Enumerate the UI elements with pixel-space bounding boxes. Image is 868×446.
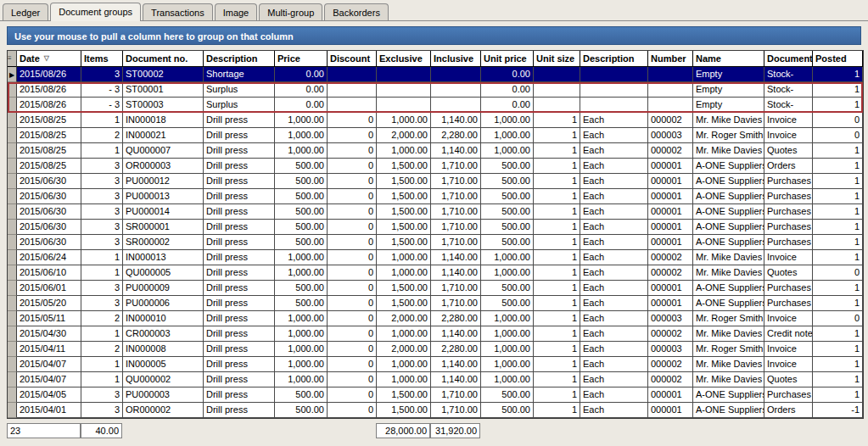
cell-document: Orders	[764, 159, 813, 174]
tab-backorders[interactable]: Backorders	[324, 3, 389, 20]
cell-number: 000002	[648, 143, 693, 159]
tab-transactions[interactable]: Transactions	[143, 3, 213, 20]
table-row[interactable]: 2015/04/112IN000008Drill press1,000.0002…	[8, 342, 863, 357]
cell-posted: 0	[813, 311, 863, 326]
cell-items: 3	[81, 174, 123, 189]
cell-discount: 0	[328, 326, 377, 342]
cell-description: Each	[580, 113, 648, 128]
cell-posted: 0	[813, 265, 863, 281]
cell-document: Orders	[764, 403, 813, 418]
cell-name: A-ONE Suppliers	[693, 220, 764, 235]
column-header-label: Inclusive	[434, 51, 473, 66]
table-row[interactable]: 2015/04/013OR000002Drill press500.0001,5…	[8, 403, 863, 418]
cell-inclusive: 1,140.00	[431, 265, 481, 281]
table-row[interactable]: 2015/08/251IN000018Drill press1,000.0001…	[8, 113, 863, 128]
row-marker-cell	[8, 250, 17, 265]
row-marker-cell	[8, 281, 17, 296]
cell-description: Each	[580, 250, 648, 265]
column-header-11-number[interactable]: Number	[648, 51, 693, 67]
cell-inclusive	[431, 82, 481, 98]
cell-description: Drill press	[204, 296, 275, 311]
tab-image[interactable]: Image	[215, 3, 258, 20]
table-row[interactable]: 2015/06/013PU000009Drill press500.0001,5…	[8, 281, 863, 296]
tab-multi-group[interactable]: Multi-group	[259, 3, 322, 20]
table-row[interactable]: 2015/08/251QU000007Drill press1,000.0001…	[8, 143, 863, 159]
column-header-14-posted[interactable]: Posted	[813, 51, 863, 67]
tab-document-groups[interactable]: Document groups	[50, 3, 141, 21]
column-header-10-description[interactable]: Description	[580, 51, 648, 67]
cell-unit-size	[534, 82, 580, 98]
cell-document-no: SR000002	[123, 235, 204, 250]
cell-unit-price: 500.00	[481, 296, 534, 311]
cell-inclusive: 1,140.00	[431, 357, 481, 372]
table-row[interactable]: 2015/06/303SR000002Drill press500.0001,5…	[8, 235, 863, 250]
column-header-7-inclusive[interactable]: Inclusive	[431, 51, 481, 67]
sort-desc-icon: ▽	[44, 51, 49, 66]
table-row[interactable]: 2015/04/053PU000003Drill press500.0001,5…	[8, 387, 863, 403]
table-row[interactable]: 2015/08/26- 3ST00001Surplus0.000.00Empty…	[8, 82, 863, 98]
row-marker-cell	[8, 174, 17, 189]
column-header-8-unit-price[interactable]: Unit price	[481, 51, 534, 67]
table-row[interactable]: 2015/05/203PU000006Drill press500.0001,5…	[8, 296, 863, 311]
table-row[interactable]: 2015/05/112IN000010Drill press1,000.0002…	[8, 311, 863, 326]
column-header-9-unit-size[interactable]: Unit size	[534, 51, 580, 67]
column-header-13-document[interactable]: Document	[764, 51, 813, 67]
cell-discount: 0	[328, 357, 377, 372]
cell-description: Each	[580, 189, 648, 204]
cell-document-no: QU000007	[123, 143, 204, 159]
table-row[interactable]: 2015/06/303PU000013Drill press500.0001,5…	[8, 189, 863, 204]
column-header-2-document-no[interactable]: Document no.	[123, 51, 204, 67]
table-row[interactable]: 2015/06/303PU000014Drill press500.0001,5…	[8, 204, 863, 220]
cell-date: 2015/06/01	[17, 281, 81, 296]
table-row[interactable]: 2015/06/101QU000005Drill press1,000.0001…	[8, 265, 863, 281]
table-row[interactable]: 2015/04/071QU000002Drill press1,000.0001…	[8, 372, 863, 387]
cell-name: Empty	[693, 98, 764, 113]
cell-discount: 0	[328, 250, 377, 265]
table-row[interactable]: 2015/04/301CR000003Drill press1,000.0001…	[8, 326, 863, 342]
cell-description	[580, 67, 648, 82]
table-row[interactable]: 2015/06/241IN000013Drill press1,000.0001…	[8, 250, 863, 265]
column-header-3-description[interactable]: Description	[204, 51, 275, 67]
column-header-6-exclusive[interactable]: Exclusive	[377, 51, 431, 67]
table-row[interactable]: 2015/04/071IN000005Drill press1,000.0001…	[8, 357, 863, 372]
table-row[interactable]: 2015/06/303SR000001Drill press500.0001,5…	[8, 220, 863, 235]
exclusive-total-box: 28,000.00	[376, 423, 430, 438]
cell-number: 000003	[648, 342, 693, 357]
cell-date: 2015/04/07	[17, 357, 81, 372]
cell-date: 2015/04/11	[17, 342, 81, 357]
cell-price: 1,000.00	[275, 357, 328, 372]
cell-price: 500.00	[275, 403, 328, 418]
cell-items: 3	[81, 387, 123, 403]
row-marker-cell	[8, 128, 17, 143]
cell-number: 000003	[648, 311, 693, 326]
cell-document: Invoice	[764, 113, 813, 128]
cell-discount: 0	[328, 235, 377, 250]
cell-number: 000001	[648, 189, 693, 204]
cell-discount: 0	[328, 113, 377, 128]
column-header-12-name[interactable]: Name	[693, 51, 764, 67]
cell-document-no: PU000003	[123, 387, 204, 403]
cell-date: 2015/08/25	[17, 159, 81, 174]
cell-price: 1,000.00	[275, 265, 328, 281]
table-row[interactable]: 2015/06/303PU000012Drill press500.0001,5…	[8, 174, 863, 189]
table-row[interactable]: 2015/08/252IN000021Drill press1,000.0002…	[8, 128, 863, 143]
table-row[interactable]: ▶2015/08/263ST00002Shortage0.000.00Empty…	[8, 67, 863, 82]
column-header-4-price[interactable]: Price	[275, 51, 328, 67]
cell-discount: 0	[328, 342, 377, 357]
cell-exclusive	[377, 98, 431, 113]
cell-name: A-ONE Suppliers	[693, 189, 764, 204]
table-row[interactable]: 2015/08/253OR000003Drill press500.0001,5…	[8, 159, 863, 174]
table-row[interactable]: 2015/08/26- 3ST00003Surplus0.000.00Empty…	[8, 98, 863, 113]
tab-ledger[interactable]: Ledger	[3, 3, 48, 20]
cell-unit-price: 1,000.00	[481, 143, 534, 159]
cell-date: 2015/08/26	[17, 67, 81, 82]
group-by-drop-bar[interactable]: Use your mouse to pull a column here to …	[7, 26, 861, 45]
column-header-0-date[interactable]: Date▽	[17, 51, 81, 67]
cell-discount	[328, 98, 377, 113]
cell-price: 500.00	[275, 281, 328, 296]
cell-unit-size: 1	[534, 296, 580, 311]
cell-document-no: IN000021	[123, 128, 204, 143]
column-header-5-discount[interactable]: Discount	[328, 51, 377, 67]
column-header-1-items[interactable]: Items	[81, 51, 123, 67]
cell-name: A-ONE Suppliers	[693, 235, 764, 250]
